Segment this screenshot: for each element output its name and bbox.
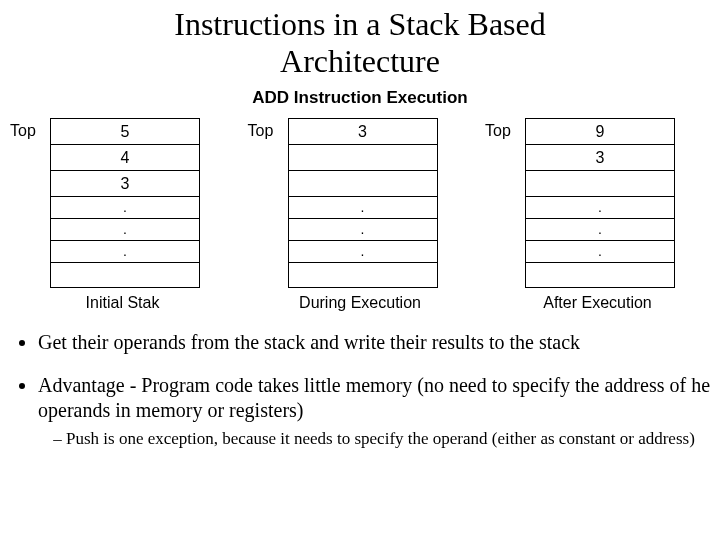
stack-cell: . <box>525 218 675 240</box>
stack-cell: . <box>50 240 200 262</box>
top-label: Top <box>248 118 288 140</box>
stack-table: 3 . . . <box>288 118 438 288</box>
stack-cell: 9 <box>525 118 675 144</box>
stack-table: 9 3 . . . <box>525 118 675 288</box>
stack-cell <box>525 170 675 196</box>
stack-diagram: ADD Instruction Execution Top 5 4 3 . . … <box>0 88 720 312</box>
stack-body: Top 5 4 3 . . . <box>10 118 235 288</box>
diagram-heading: ADD Instruction Execution <box>10 88 710 108</box>
stack-caption: Initial Stak <box>10 294 235 312</box>
stack-cell <box>288 262 438 288</box>
stack-initial: Top 5 4 3 . . . Initial Stak <box>10 118 235 312</box>
stack-after: Top 9 3 . . . After Execution <box>485 118 710 312</box>
stack-cell: 4 <box>50 144 200 170</box>
stack-cell <box>525 262 675 288</box>
stack-cell <box>288 144 438 170</box>
bullet-2-text: Advantage - Program code takes little me… <box>38 374 710 421</box>
stack-cell: 3 <box>525 144 675 170</box>
stack-cell: . <box>50 196 200 218</box>
stacks-row: Top 5 4 3 . . . Initial Stak Top 3 <box>10 118 710 312</box>
bullet-2: Advantage - Program code takes little me… <box>38 373 710 449</box>
stack-cell: 3 <box>288 118 438 144</box>
stack-caption: During Execution <box>248 294 473 312</box>
bullet-1: Get their operands from the stack and wr… <box>38 330 710 355</box>
title-line-1: Instructions in a Stack Based <box>174 6 545 42</box>
stack-cell: . <box>288 240 438 262</box>
top-label: Top <box>485 118 525 140</box>
stack-cell: 3 <box>50 170 200 196</box>
stack-body: Top 9 3 . . . <box>485 118 710 288</box>
stack-caption: After Execution <box>485 294 710 312</box>
slide-title: Instructions in a Stack Based Architectu… <box>0 6 720 80</box>
stack-cell: . <box>525 196 675 218</box>
stack-cell <box>288 170 438 196</box>
stack-body: Top 3 . . . <box>248 118 473 288</box>
stack-cell: . <box>288 218 438 240</box>
stack-cell: . <box>50 218 200 240</box>
stack-cell: . <box>288 196 438 218</box>
bullet-list: Get their operands from the stack and wr… <box>10 330 710 449</box>
title-line-2: Architecture <box>280 43 440 79</box>
stack-table: 5 4 3 . . . <box>50 118 200 288</box>
stack-cell: . <box>525 240 675 262</box>
stack-cell: 5 <box>50 118 200 144</box>
top-label: Top <box>10 118 50 140</box>
bullet-2-sub-1: Push is one exception, because it needs … <box>66 429 710 449</box>
stack-during: Top 3 . . . During Execution <box>248 118 473 312</box>
stack-cell <box>50 262 200 288</box>
